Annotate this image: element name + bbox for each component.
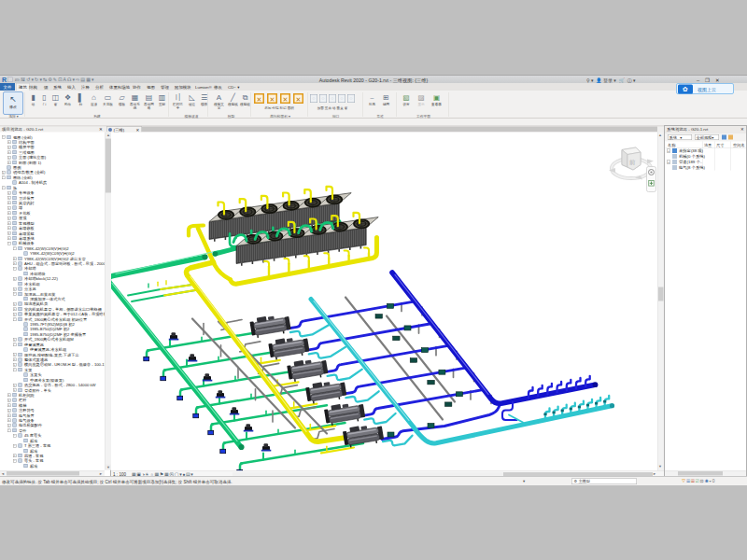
svg-text:前: 前	[629, 159, 636, 165]
